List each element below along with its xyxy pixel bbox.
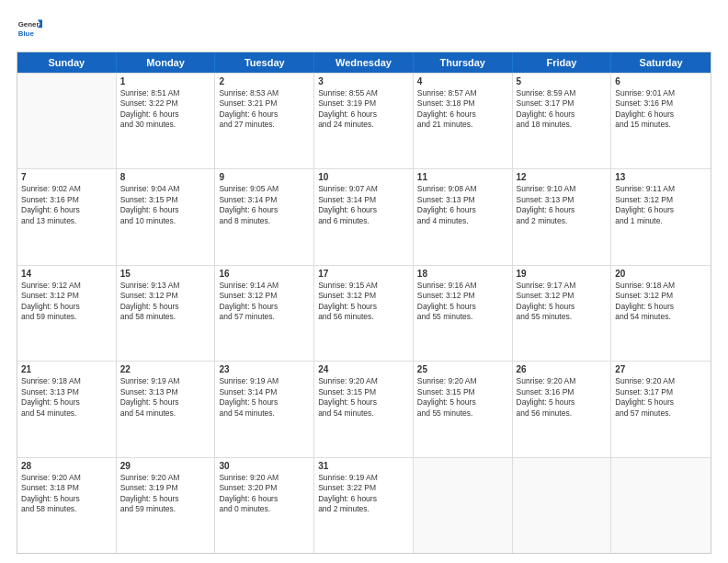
daylight-text-2: and 54 minutes. [120,408,211,419]
daylight-text-1: Daylight: 6 hours [517,109,608,120]
sunset-text: Sunset: 3:16 PM [517,387,608,397]
daylight-text-1: Daylight: 5 hours [21,397,112,408]
daylight-text-2: and 4 minutes. [417,216,508,226]
daylight-text-1: Daylight: 5 hours [219,397,310,408]
cal-cell: 2Sunrise: 8:53 AMSunset: 3:21 PMDaylight… [215,74,314,168]
sunrise-text: Sunrise: 9:20 AM [219,473,310,483]
sunset-text: Sunset: 3:12 PM [517,291,608,301]
sunrise-text: Sunrise: 9:04 AM [120,184,211,194]
sunset-text: Sunset: 3:17 PM [615,387,707,397]
cal-cell: 7Sunrise: 9:02 AMSunset: 3:16 PMDaylight… [17,169,117,264]
daylight-text-2: and 13 minutes. [21,216,112,226]
daylight-text-2: and 1 minute. [615,216,707,226]
daylight-text-1: Daylight: 5 hours [417,397,508,408]
cal-cell: 12Sunrise: 9:10 AMSunset: 3:13 PMDayligh… [513,169,612,264]
week-row-2: 7Sunrise: 9:02 AMSunset: 3:16 PMDaylight… [17,168,711,264]
header-day-friday: Friday [513,52,612,73]
daylight-text-1: Daylight: 6 hours [517,205,608,215]
header: General Blue [17,17,711,42]
sunrise-text: Sunrise: 9:07 AM [318,184,409,194]
daylight-text-2: and 24 minutes. [318,120,409,130]
daylight-text-2: and 54 minutes. [219,408,310,419]
day-number: 29 [120,461,211,471]
sunrise-text: Sunrise: 9:05 AM [219,184,310,194]
sunrise-text: Sunrise: 9:20 AM [417,376,508,386]
cal-cell: 10Sunrise: 9:07 AMSunset: 3:14 PMDayligh… [314,169,414,264]
day-number: 13 [615,172,707,182]
sunset-text: Sunset: 3:13 PM [120,387,211,397]
cal-cell: 31Sunrise: 9:19 AMSunset: 3:22 PMDayligh… [314,458,414,553]
sunrise-text: Sunrise: 9:16 AM [417,281,508,291]
cal-cell: 1Sunrise: 8:51 AMSunset: 3:22 PMDaylight… [117,74,216,168]
sunrise-text: Sunrise: 9:17 AM [517,281,608,291]
daylight-text-2: and 27 minutes. [219,120,310,130]
sunset-text: Sunset: 3:15 PM [318,387,409,397]
sunset-text: Sunset: 3:12 PM [615,291,707,301]
daylight-text-1: Daylight: 6 hours [120,109,211,120]
week-row-4: 21Sunrise: 9:18 AMSunset: 3:13 PMDayligh… [17,361,711,456]
daylight-text-1: Daylight: 5 hours [615,397,707,408]
sunset-text: Sunset: 3:18 PM [21,483,112,493]
cal-cell: 24Sunrise: 9:20 AMSunset: 3:15 PMDayligh… [314,362,414,456]
cal-cell [513,458,612,553]
day-number: 25 [417,364,508,374]
sunset-text: Sunset: 3:14 PM [219,195,310,205]
cal-cell: 6Sunrise: 9:01 AMSunset: 3:16 PMDaylight… [611,74,711,168]
sunrise-text: Sunrise: 9:19 AM [219,376,310,386]
cal-cell: 21Sunrise: 9:18 AMSunset: 3:13 PMDayligh… [17,362,117,456]
cal-cell: 3Sunrise: 8:55 AMSunset: 3:19 PMDaylight… [314,74,414,168]
daylight-text-2: and 21 minutes. [417,120,508,130]
daylight-text-1: Daylight: 5 hours [517,397,608,408]
sunrise-text: Sunrise: 8:59 AM [517,88,608,98]
sunset-text: Sunset: 3:18 PM [417,98,508,109]
sunset-text: Sunset: 3:12 PM [615,195,707,205]
sunrise-text: Sunrise: 9:14 AM [219,281,310,291]
daylight-text-2: and 10 minutes. [120,216,211,226]
daylight-text-2: and 30 minutes. [120,120,211,130]
header-day-saturday: Saturday [611,52,711,73]
week-row-1: 1Sunrise: 8:51 AMSunset: 3:22 PMDaylight… [17,73,711,168]
page: General Blue SundayMondayTuesdayWednesda… [0,0,728,563]
sunrise-text: Sunrise: 9:15 AM [318,281,409,291]
header-day-sunday: Sunday [17,52,117,73]
cal-cell [611,458,711,553]
cal-cell: 15Sunrise: 9:13 AMSunset: 3:12 PMDayligh… [117,266,216,361]
cal-cell: 20Sunrise: 9:18 AMSunset: 3:12 PMDayligh… [611,266,711,361]
day-number: 27 [615,364,707,374]
day-number: 6 [615,76,707,86]
sunrise-text: Sunrise: 9:20 AM [21,473,112,483]
day-number: 5 [517,76,608,86]
daylight-text-2: and 54 minutes. [21,408,112,419]
daylight-text-1: Daylight: 6 hours [120,205,211,215]
cal-cell: 13Sunrise: 9:11 AMSunset: 3:12 PMDayligh… [611,169,711,264]
sunrise-text: Sunrise: 9:12 AM [21,281,112,291]
daylight-text-1: Daylight: 5 hours [120,397,211,408]
day-number: 30 [219,461,310,471]
sunset-text: Sunset: 3:12 PM [318,291,409,301]
logo-icon: General Blue [17,17,42,42]
calendar-header: SundayMondayTuesdayWednesdayThursdayFrid… [17,52,711,73]
daylight-text-2: and 59 minutes. [120,504,211,514]
logo: General Blue [17,17,46,42]
daylight-text-2: and 8 minutes. [219,216,310,226]
day-number: 11 [417,172,508,182]
daylight-text-2: and 59 minutes. [21,312,112,322]
daylight-text-1: Daylight: 5 hours [318,302,409,312]
day-number: 4 [417,76,508,86]
cal-cell: 25Sunrise: 9:20 AMSunset: 3:15 PMDayligh… [414,362,513,456]
daylight-text-2: and 18 minutes. [517,120,608,130]
daylight-text-2: and 57 minutes. [615,408,707,419]
daylight-text-2: and 56 minutes. [318,312,409,322]
sunset-text: Sunset: 3:19 PM [318,98,409,109]
cal-cell: 17Sunrise: 9:15 AMSunset: 3:12 PMDayligh… [314,266,414,361]
daylight-text-1: Daylight: 5 hours [21,494,112,504]
sunset-text: Sunset: 3:12 PM [120,291,211,301]
cal-cell: 28Sunrise: 9:20 AMSunset: 3:18 PMDayligh… [17,458,117,553]
cal-cell: 26Sunrise: 9:20 AMSunset: 3:16 PMDayligh… [513,362,612,456]
sunrise-text: Sunrise: 9:10 AM [517,184,608,194]
day-number: 8 [120,172,211,182]
daylight-text-2: and 55 minutes. [517,312,608,322]
sunset-text: Sunset: 3:22 PM [120,98,211,109]
calendar-body: 1Sunrise: 8:51 AMSunset: 3:22 PMDaylight… [17,73,711,553]
daylight-text-1: Daylight: 5 hours [120,494,211,504]
